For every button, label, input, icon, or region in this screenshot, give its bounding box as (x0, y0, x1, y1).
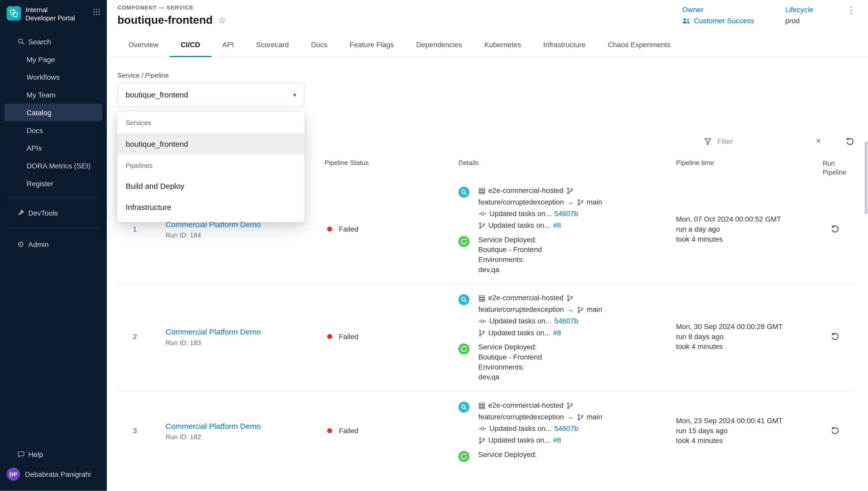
chevron-down-icon: ▾ (293, 91, 296, 98)
lifecycle-label: Lifecycle (785, 5, 813, 14)
branch-icon (577, 414, 584, 421)
run-id: Run ID: 182 (165, 433, 324, 441)
vertical-scrollbar[interactable] (865, 141, 867, 214)
app-logo-icon (7, 6, 21, 21)
tab-docs[interactable]: Docs (300, 33, 339, 56)
pr-number-link[interactable]: #8 (553, 329, 561, 338)
pipeline-name-cell: Commercial Platform Demo Run ID: 182 (165, 421, 324, 441)
column-header-time: Pipeline time (676, 159, 823, 177)
run-pipeline-button[interactable] (830, 225, 855, 234)
status-dot-failed (327, 334, 332, 339)
pipeline-status-cell: Failed (324, 333, 459, 341)
owner-link[interactable]: Customer Success (682, 17, 754, 25)
lifecycle-value: prod (785, 17, 813, 25)
commit-message: Updated tasks on... (489, 210, 552, 219)
pipeline-name-link[interactable]: Commercial Platform Demo (165, 327, 260, 336)
dropdown-item-pipeline[interactable]: Infrastructure (117, 197, 304, 218)
commit-sha-link[interactable]: 54607b (554, 210, 578, 219)
sidebar-item-admin[interactable]: ⚙ Admin (0, 235, 107, 253)
sidebar-item-search[interactable]: Search (0, 33, 107, 51)
app-window: Internal Developer Portal Search My Page… (0, 0, 868, 491)
page-title: boutique-frontend (117, 14, 213, 27)
tab-infrastructure[interactable]: Infrastructure (532, 33, 597, 56)
favorite-star-icon[interactable]: ☆ (218, 16, 226, 25)
sidebar-item-register[interactable]: Register (0, 175, 107, 192)
app-switcher-icon[interactable] (93, 8, 100, 17)
user-menu[interactable]: DP Debabrata Panigrahi (0, 463, 107, 485)
tab-chaos-experiments[interactable]: Chaos Experiments (597, 33, 682, 56)
sidebar-item-workflows[interactable]: Workflows (0, 68, 107, 86)
commit-sha-link[interactable]: 54607b (554, 425, 578, 433)
pr-message: Updated tasks on... (488, 221, 551, 230)
table-row: 2 Commercial Platform Demo Run ID: 183 F… (117, 284, 855, 392)
tab-dependencies[interactable]: Dependencies (405, 33, 473, 56)
sidebar-item-docs[interactable]: Docs (0, 121, 107, 139)
table-row: 3 Commercial Platform Demo Run ID: 182 F… (117, 391, 855, 472)
tab-scorecard[interactable]: Scorecard (245, 33, 300, 56)
sidebar-item-label: Workflows (27, 73, 60, 81)
commit-sha-link[interactable]: 54607b (554, 317, 578, 326)
deploy-title: Service Deployed: (478, 236, 542, 244)
refresh-icon[interactable] (845, 137, 855, 146)
pull-request-icon (478, 329, 486, 337)
status-label: Failed (339, 333, 359, 341)
pipeline-time-cell: Mon, 30 Sep 2024 00:00:28 GMT run 8 days… (676, 322, 823, 352)
details-cell: e2e-commercial-hosted feature/corruptede… (459, 185, 676, 274)
run-pipeline-button[interactable] (830, 332, 855, 341)
tab-kubernetes[interactable]: Kubernetes (473, 33, 532, 56)
tab-cicd[interactable]: CI/CD (169, 33, 211, 56)
brand: Internal Developer Portal (0, 0, 107, 27)
pr-number-link[interactable]: #8 (553, 221, 561, 230)
pipeline-select[interactable]: boutique_frontend ▾ (117, 83, 304, 107)
owner-block: Owner Customer Success (682, 5, 754, 25)
tab-overview[interactable]: Overview (117, 33, 169, 56)
run-id: Run ID: 183 (165, 339, 324, 347)
sidebar-item-help[interactable]: Help (0, 445, 107, 463)
commit-message: Updated tasks on... (489, 425, 552, 433)
repo-name: e2e-commercial-hosted (488, 186, 564, 195)
pr-number-link[interactable]: #8 (553, 436, 561, 445)
filter-input[interactable] (717, 137, 810, 145)
run-duration: took 4 minutes (676, 436, 823, 446)
run-pipeline-cell (823, 332, 855, 341)
people-icon (682, 18, 690, 24)
sidebar-item-my-team[interactable]: My Team (0, 86, 107, 104)
avatar: DP (7, 467, 20, 481)
filter-funnel-icon[interactable] (703, 137, 712, 145)
sidebar-item-label: Docs (27, 126, 43, 134)
brand-title: Internal Developer Portal (26, 6, 79, 23)
dropdown-group-pipelines: Pipelines (117, 154, 304, 176)
entity-header: COMPONENT — SERVICE boutique-frontend ☆ … (107, 0, 868, 27)
pipeline-name-cell: Commercial Platform Demo Run ID: 183 (165, 327, 324, 347)
main-area: COMPONENT — SERVICE boutique-frontend ☆ … (107, 0, 868, 491)
details-cell: e2e-commercial-hosted feature/corruptede… (459, 292, 676, 381)
user-name: Debabrata Panigrahi (25, 470, 91, 479)
sidebar-item-apis[interactable]: APIs (0, 139, 107, 157)
pipeline-name-link[interactable]: Commercial Platform Demo (165, 422, 260, 430)
run-id: Run ID: 184 (165, 232, 324, 239)
sidebar-item-catalog[interactable]: Catalog (4, 104, 102, 121)
run-pipeline-cell (823, 426, 855, 436)
run-pipeline-button[interactable] (830, 426, 855, 436)
repo-icon (478, 187, 486, 195)
pr-message: Updated tasks on... (488, 436, 551, 445)
cicd-content: Service / Pipeline boutique_frontend ▾ S… (107, 57, 868, 491)
dropdown-item-pipeline[interactable]: Build and Deploy (117, 176, 304, 197)
commit-icon (478, 211, 487, 216)
branch-icon (577, 199, 584, 206)
tab-api[interactable]: API (211, 33, 245, 56)
sidebar-item-label: Help (28, 450, 43, 458)
status-dot-failed (327, 227, 332, 232)
clear-filter-icon[interactable]: × (816, 137, 821, 146)
deploy-service: Boutique - Frontend (478, 246, 542, 254)
ci-stage-icon (459, 294, 470, 305)
more-options-icon[interactable]: ⋮ (846, 5, 856, 15)
environments-value: dev,qa (478, 266, 542, 274)
dropdown-item-service[interactable]: boutique_frontend (117, 134, 304, 155)
tab-feature-flags[interactable]: Feature Flags (338, 33, 405, 56)
sidebar-item-my-page[interactable]: My Page (0, 50, 107, 68)
sidebar-item-label: DevTools (28, 209, 58, 217)
sidebar-item-devtools[interactable]: DevTools (0, 204, 107, 222)
dropdown-group-services: Services (117, 112, 304, 134)
sidebar-item-dora-metrics[interactable]: DORA Metrics (SEI) (0, 157, 107, 175)
